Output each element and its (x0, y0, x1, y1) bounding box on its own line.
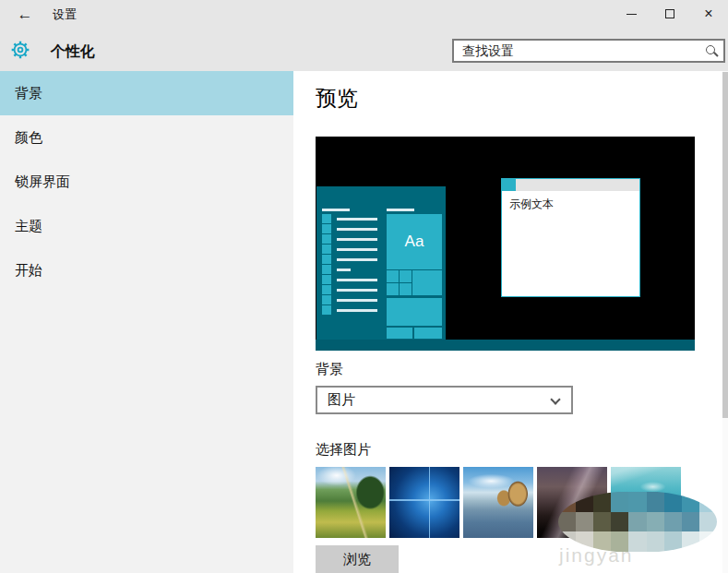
background-label: 背景 (316, 361, 343, 378)
menu-tile (322, 224, 331, 233)
mosaic-block (593, 512, 611, 532)
censored-mosaic (558, 492, 717, 552)
menu-line (337, 299, 377, 302)
browse-button[interactable]: 浏览 (316, 545, 399, 573)
tiles-header-line (387, 209, 414, 211)
mosaic-block (576, 512, 593, 532)
wallpaper-thumbnail-green-landscape[interactable] (316, 467, 386, 538)
minimize-icon (627, 14, 637, 15)
menu-line (337, 289, 377, 292)
wallpaper-thumbnail-beach-rocks[interactable] (463, 467, 533, 538)
menu-row (322, 255, 377, 264)
menu-row (322, 275, 377, 284)
menu-tile (322, 275, 331, 284)
sidebar-item-lockscreen[interactable]: 锁屏界面 (0, 160, 293, 204)
mosaic-block (647, 531, 664, 552)
taskbar-mock (316, 340, 695, 351)
font-sample-tile: Aa (387, 214, 442, 269)
tile (387, 283, 399, 295)
mosaic-block (664, 512, 682, 532)
maximize-icon (665, 9, 674, 18)
menu-line (337, 238, 377, 241)
menu-tile (322, 234, 331, 244)
menu-row (322, 265, 377, 274)
menu-header-line (322, 209, 350, 211)
menu-line (337, 228, 377, 231)
menu-line (337, 218, 377, 221)
mosaic-block (699, 512, 717, 532)
menu-tile (322, 305, 331, 315)
menu-row (322, 305, 377, 315)
mosaic-block (628, 492, 646, 512)
mosaic-block (647, 492, 664, 512)
menu-tile (322, 295, 331, 304)
menu-row (322, 214, 377, 223)
menu-row (322, 295, 377, 304)
sample-window-titlebar (502, 179, 639, 191)
search-input[interactable] (452, 39, 725, 63)
close-icon: × (704, 6, 712, 21)
menu-tile (322, 214, 331, 223)
mosaic-block (611, 512, 628, 532)
tile (387, 298, 442, 326)
sidebar-item-background[interactable]: 背景 (0, 71, 293, 115)
menu-row (322, 285, 377, 294)
mosaic-block (647, 512, 664, 532)
menu-tile (322, 255, 331, 264)
close-button[interactable]: × (689, 0, 728, 28)
sidebar-item-colors[interactable]: 颜色 (0, 115, 293, 160)
mosaic-block (682, 531, 699, 552)
mosaic-block (699, 531, 717, 552)
preview-heading: 预览 (316, 84, 358, 113)
sample-window-text: 示例文本 (502, 191, 639, 212)
tile (387, 328, 412, 339)
menu-row (322, 224, 377, 233)
sidebar-item-start[interactable]: 开始 (0, 248, 293, 292)
minimize-button[interactable] (612, 0, 650, 28)
app-header: ← 设置 × 个性化 (0, 0, 728, 71)
sample-window: 示例文本 (501, 178, 640, 297)
menu-line (337, 309, 377, 312)
window-controls: × (612, 0, 728, 28)
tile (400, 270, 412, 282)
sample-window-accent-square (502, 179, 516, 191)
gear-icon (10, 40, 30, 64)
settings-window: ← 设置 × 个性化 (0, 0, 728, 573)
back-button[interactable]: ← (11, 3, 39, 27)
dropdown-value: 图片 (328, 391, 355, 409)
tile (400, 283, 412, 295)
start-menu-rows (322, 214, 377, 316)
desktop-preview: Aa 示例文本 (316, 137, 695, 351)
page-title: 个性化 (51, 42, 95, 62)
tile (414, 328, 442, 339)
mosaic-block (664, 531, 682, 552)
watermark-text: jingyan (559, 544, 634, 567)
search-icon[interactable] (706, 45, 715, 54)
tile (412, 270, 442, 295)
choose-picture-label: 选择图片 (316, 441, 371, 459)
background-type-dropdown[interactable]: 图片 (316, 386, 573, 414)
menu-row (322, 234, 377, 244)
maximize-button[interactable] (650, 0, 689, 28)
menu-tile (322, 285, 331, 294)
mosaic-block (682, 512, 699, 532)
wallpaper-thumbnail-windows-hero[interactable] (389, 467, 459, 538)
mosaic-block (682, 492, 699, 512)
window-title: 设置 (53, 6, 77, 23)
tile (387, 270, 399, 282)
menu-line (337, 248, 377, 251)
start-menu-mock: Aa (316, 186, 446, 340)
mosaic-block (611, 492, 628, 512)
chevron-down-icon (550, 394, 560, 404)
menu-line (337, 269, 351, 271)
sidebar-item-themes[interactable]: 主题 (0, 204, 293, 248)
menu-row (322, 245, 377, 254)
mosaic-block (628, 512, 646, 532)
scrollbar-thumb[interactable] (722, 72, 728, 418)
menu-line (337, 279, 377, 281)
content-pane: 预览 Aa 示例文本 (293, 71, 722, 573)
back-icon: ← (18, 6, 33, 23)
mosaic-block (699, 492, 717, 512)
sidebar: 背景 颜色 锁屏界面 主题 开始 (0, 71, 293, 573)
scrollbar[interactable] (722, 71, 728, 573)
